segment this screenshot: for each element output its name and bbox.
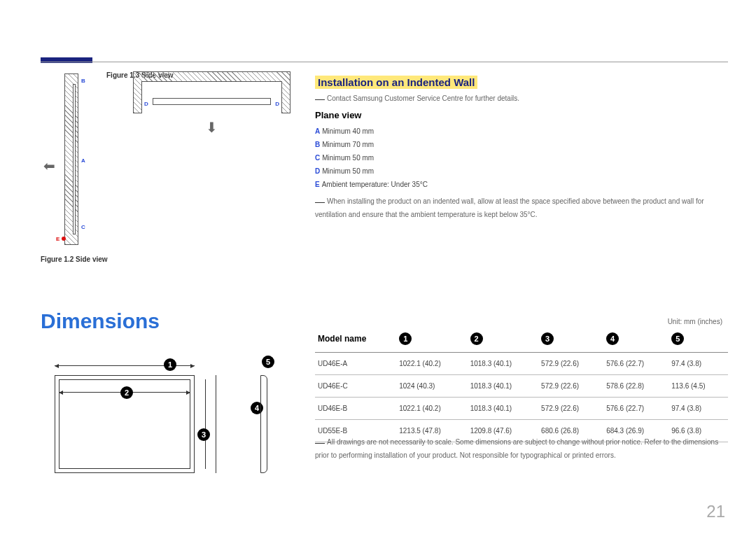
spec-list: AMinimum 40 mm BMinimum 70 mm CMinimum 5… bbox=[315, 125, 428, 191]
spec-c-key: C bbox=[315, 154, 320, 162]
cell-v1: 1022.1 (40.2) bbox=[396, 398, 467, 420]
install-note: ―When installing the product on an inden… bbox=[315, 195, 728, 220]
cell-v5: 113.6 (4.5) bbox=[668, 375, 728, 398]
header-rule bbox=[41, 62, 728, 62]
contact-note-text: Contact Samsung Customer Service Centre … bbox=[327, 94, 519, 102]
spec-e: EAmbient temperature: Under 35°C bbox=[315, 178, 428, 191]
spec-c: CMinimum 50 mm bbox=[315, 151, 428, 164]
table-note-text: All drawings are not necessarily to scal… bbox=[315, 438, 718, 459]
spec-a-key: A bbox=[315, 127, 320, 135]
cell-v3: 572.9 (22.6) bbox=[538, 375, 603, 398]
arrow-left-icon: ⬅ bbox=[43, 157, 55, 174]
table-row: UD46E-B 1022.1 (40.2) 1018.3 (40.1) 572.… bbox=[315, 398, 728, 420]
table-row: UD46E-C 1024 (40.3) 1018.3 (40.1) 572.9 … bbox=[315, 375, 728, 398]
cell-v2: 1018.3 (40.1) bbox=[468, 353, 538, 375]
dimensions-table: Model name 1 2 3 4 5 UD46E-A 1022.1 (40.… bbox=[315, 325, 728, 442]
figure-side-view: B A C E ⬅ bbox=[56, 73, 94, 255]
cell-v5: 97.4 (3.8) bbox=[668, 398, 728, 420]
dash-icon: ― bbox=[315, 196, 325, 207]
spec-d-val: Minimum 50 mm bbox=[322, 167, 374, 175]
dash-icon: ― bbox=[315, 93, 325, 104]
marker-3-icon: 3 bbox=[541, 332, 554, 345]
recess-outline bbox=[141, 81, 282, 113]
dimensions-heading: Dimensions bbox=[41, 309, 160, 333]
figure-top-view: D D ⬇ bbox=[133, 71, 290, 134]
col-2: 2 bbox=[468, 325, 538, 353]
marker-1-icon: 1 bbox=[164, 358, 176, 371]
col-5: 5 bbox=[668, 325, 728, 353]
spec-b-val: Minimum 70 mm bbox=[322, 141, 374, 148]
marker-4-icon: 4 bbox=[606, 332, 619, 345]
cell-v1: 1022.1 (40.2) bbox=[396, 353, 467, 375]
spec-d: DMinimum 50 mm bbox=[315, 164, 428, 178]
cell-v4: 576.6 (22.7) bbox=[603, 353, 668, 375]
marker-5-icon: 5 bbox=[671, 332, 684, 345]
panel-outline bbox=[73, 84, 76, 234]
col-4: 4 bbox=[603, 325, 668, 353]
spec-a-val: Minimum 40 mm bbox=[322, 127, 374, 135]
table-row: UD46E-A 1022.1 (40.2) 1018.3 (40.1) 572.… bbox=[315, 353, 728, 375]
label-c: C bbox=[81, 224, 85, 230]
cell-v3: 572.9 (22.6) bbox=[538, 353, 603, 375]
spec-b: BMinimum 70 mm bbox=[315, 138, 428, 151]
cell-v5: 97.4 (3.8) bbox=[668, 353, 728, 375]
spec-e-key: E bbox=[315, 181, 320, 188]
install-note-text: When installing the product on an indent… bbox=[315, 197, 704, 218]
marker-3-icon: 3 bbox=[197, 428, 210, 441]
contact-note: ―Contact Samsung Customer Service Centre… bbox=[315, 93, 519, 104]
spec-a: AMinimum 40 mm bbox=[315, 125, 428, 138]
label-e: E bbox=[56, 236, 59, 242]
col-model: Model name bbox=[315, 325, 396, 353]
dim-line-4 bbox=[216, 375, 216, 473]
dimension-front-drawing: 1 2 3 4 bbox=[55, 358, 202, 477]
cell-v2: 1018.3 (40.1) bbox=[468, 375, 538, 398]
marker-2-icon: 2 bbox=[470, 332, 483, 345]
arrow-down-icon: ⬇ bbox=[206, 119, 218, 136]
spec-c-val: Minimum 50 mm bbox=[322, 154, 374, 162]
section-title: Installation on an Indented Wall bbox=[315, 76, 477, 89]
label-d-left: D bbox=[144, 101, 148, 107]
cell-v4: 578.6 (22.8) bbox=[603, 375, 668, 398]
cell-v3: 572.9 (22.6) bbox=[538, 398, 603, 420]
col-3: 3 bbox=[538, 325, 603, 353]
label-d-right: D bbox=[275, 101, 279, 107]
dimension-side-drawing: 5 bbox=[260, 358, 281, 477]
cell-model: UD46E-B bbox=[315, 398, 396, 420]
cell-model: UD46E-A bbox=[315, 353, 396, 375]
panel-top-outline bbox=[153, 98, 271, 105]
spec-e-val: Ambient temperature: Under 35°C bbox=[322, 181, 428, 188]
side-profile bbox=[260, 375, 267, 473]
dim-line-3 bbox=[205, 379, 206, 469]
cell-v4: 576.6 (22.7) bbox=[603, 398, 668, 420]
table-header-row: Model name 1 2 3 4 5 bbox=[315, 325, 728, 353]
unit-label: Unit: mm (inches) bbox=[668, 318, 722, 325]
spec-d-key: D bbox=[315, 167, 320, 175]
col-1: 1 bbox=[396, 325, 467, 353]
marker-5-icon: 5 bbox=[262, 356, 274, 368]
label-b: B bbox=[81, 78, 85, 84]
cell-v2: 1018.3 (40.1) bbox=[468, 398, 538, 420]
cell-v1: 1024 (40.3) bbox=[396, 375, 467, 398]
dot-e-icon bbox=[62, 237, 66, 241]
dash-icon: ― bbox=[315, 437, 325, 448]
spec-b-key: B bbox=[315, 141, 320, 148]
marker-1-icon: 1 bbox=[399, 332, 412, 345]
figure12-caption: Figure 1.2 Side view bbox=[41, 255, 108, 263]
dimensions-tbody: UD46E-A 1022.1 (40.2) 1018.3 (40.1) 572.… bbox=[315, 353, 728, 442]
page-number: 21 bbox=[706, 502, 725, 521]
plane-view-heading: Plane view bbox=[315, 110, 361, 120]
label-a: A bbox=[81, 157, 85, 164]
cell-model: UD46E-C bbox=[315, 375, 396, 398]
table-note: ―All drawings are not necessarily to sca… bbox=[315, 435, 725, 461]
wall-hatch bbox=[64, 73, 78, 245]
marker-2-icon: 2 bbox=[120, 386, 133, 399]
